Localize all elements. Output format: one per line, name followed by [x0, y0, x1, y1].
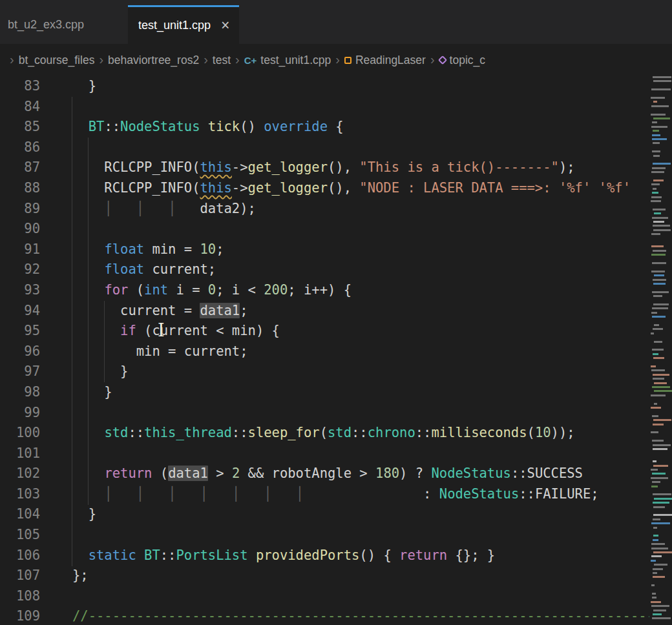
line-number[interactable]: 86	[0, 138, 40, 158]
minimap-line	[652, 307, 668, 309]
code-token: this	[200, 159, 231, 175]
line-number[interactable]: 97	[0, 362, 40, 382]
breadcrumb-item-ReadingLaser[interactable]: ReadingLaser	[344, 54, 426, 67]
indent-guide: │	[200, 486, 208, 502]
tab-label: test_unit1.cpp	[138, 19, 211, 32]
chevron-right-icon: ›	[204, 52, 208, 67]
code-text: }	[72, 504, 96, 525]
minimap-line	[653, 465, 668, 467]
line-number[interactable]: 91	[0, 240, 40, 260]
line-number[interactable]: 105	[0, 525, 40, 546]
code-editor[interactable]: 83 }8485 BT::NodeStatus tick() override …	[0, 76, 672, 625]
minimap-line	[651, 605, 669, 607]
minimap-line	[654, 212, 661, 214]
code-line[interactable]: 87 RCLCPP_INFO(this->get_logger(), "This…	[0, 158, 649, 178]
code-text: static BT::PortsList providedPorts() { r…	[72, 546, 495, 566]
code-token: current =	[72, 303, 200, 318]
breadcrumb-item-topic_c[interactable]: topic_c	[439, 54, 485, 67]
code-line[interactable]: 86	[0, 138, 649, 158]
minimap-line	[653, 551, 672, 553]
line-number[interactable]: 95	[0, 321, 40, 342]
line-number[interactable]: 100	[0, 423, 40, 444]
minimap-line	[652, 481, 660, 483]
code-line[interactable]: 102 return (data1 > 2 && robotAngle > 18…	[0, 464, 649, 484]
close-icon[interactable]: ×	[221, 18, 229, 33]
minimap-line	[653, 576, 665, 578]
line-number[interactable]: 92	[0, 260, 40, 280]
line-number[interactable]: 90	[0, 219, 40, 240]
line-number[interactable]: 88	[0, 178, 40, 199]
code-line[interactable]: 106 static BT::PortsList providedPorts()…	[0, 546, 649, 566]
code-line[interactable]: 99	[0, 403, 649, 424]
code-scroll-area[interactable]: 83 }8485 BT::NodeStatus tick() override …	[0, 76, 649, 625]
code-line[interactable]: 84	[0, 97, 649, 118]
code-token	[112, 486, 136, 502]
code-line[interactable]: 83 }	[0, 76, 649, 97]
code-line[interactable]: 103 │ │ │ │ │ │ │ : NodeStatus::FAILURE;	[0, 484, 649, 505]
code-line[interactable]: 89 │ │ │ data2);	[0, 199, 649, 220]
code-line[interactable]: 91 float min = 10;	[0, 240, 649, 260]
breadcrumb-item-test_unit1.cpp[interactable]: C+test_unit1.cpp	[244, 54, 331, 67]
minimap-line	[653, 424, 664, 425]
line-number[interactable]: 98	[0, 382, 40, 403]
code-line[interactable]: 96 min = current;	[0, 342, 649, 362]
code-line[interactable]: 109//-----------------------------------…	[0, 606, 649, 625]
line-number[interactable]: 85	[0, 117, 40, 138]
code-line[interactable]: 108	[0, 586, 649, 607]
minimap[interactable]	[649, 76, 672, 625]
line-number[interactable]: 101	[0, 444, 40, 464]
breadcrumb-item-bt_course_files[interactable]: bt_course_files	[19, 54, 95, 67]
line-number[interactable]: 102	[0, 464, 40, 484]
code-line[interactable]: 88 RCLCPP_INFO(this->get_logger(), "NODE…	[0, 178, 649, 199]
tab-test_unit1.cpp[interactable]: test_unit1.cpp×	[128, 5, 239, 44]
code-token: current;	[144, 261, 216, 277]
line-number[interactable]: 108	[0, 586, 40, 607]
code-token: return	[104, 466, 152, 481]
tab-bt_u2_ex3.cpp[interactable]: bt_u2_ex3.cpp	[0, 5, 128, 44]
code-line[interactable]: 100 std::this_thread::sleep_for(std::chr…	[0, 423, 649, 444]
line-number[interactable]: 84	[0, 97, 40, 118]
line-number[interactable]: 89	[0, 199, 40, 220]
minimap-line	[652, 217, 668, 219]
minimap-line	[651, 105, 669, 107]
code-token: {}; }	[447, 548, 495, 563]
code-line[interactable]: 104 }	[0, 504, 649, 525]
code-line[interactable]: 95 if (current < min) {	[0, 321, 649, 342]
minimap-line	[651, 469, 657, 471]
code-token: FAILURE;	[535, 486, 599, 502]
code-line[interactable]: 97 }	[0, 362, 649, 382]
code-token: ::	[519, 486, 535, 502]
code-token	[112, 201, 136, 216]
code-line[interactable]: 107};	[0, 566, 649, 586]
code-line[interactable]: 90	[0, 219, 649, 240]
breadcrumb-item-behaviortree_ros2[interactable]: behaviortree_ros2	[108, 54, 199, 67]
line-number[interactable]: 103	[0, 484, 40, 505]
code-line[interactable]: 93 for (int i = 0; i < 200; i++) {	[0, 280, 649, 301]
minimap-line	[652, 291, 669, 293]
line-number[interactable]: 96	[0, 342, 40, 362]
code-line[interactable]: 92 float current;	[0, 260, 649, 280]
line-number[interactable]: 99	[0, 403, 40, 424]
line-number[interactable]: 109	[0, 606, 40, 625]
code-token: ) ?	[399, 466, 431, 481]
line-number[interactable]: 93	[0, 280, 40, 301]
code-line[interactable]: 98 }	[0, 382, 649, 403]
minimap-line	[652, 617, 671, 619]
line-number[interactable]: 107	[0, 566, 40, 586]
breadcrumb-item-test[interactable]: test	[213, 54, 231, 67]
code-line[interactable]: 85 BT::NodeStatus tick() override {	[0, 117, 649, 138]
line-number[interactable]: 94	[0, 301, 40, 322]
code-token: data1	[200, 303, 240, 318]
line-number[interactable]: 87	[0, 158, 40, 178]
minimap-line	[653, 460, 656, 462]
line-number[interactable]: 106	[0, 546, 40, 566]
code-token: static	[89, 548, 136, 563]
line-number[interactable]: 104	[0, 504, 40, 525]
line-number[interactable]: 83	[0, 76, 40, 97]
code-line[interactable]: 105	[0, 525, 649, 546]
code-line[interactable]: 94 current = data1;	[0, 301, 649, 322]
indent-guide: │	[136, 486, 144, 502]
code-token: ; i++) {	[288, 282, 352, 298]
code-line[interactable]: 101	[0, 444, 649, 464]
code-text: for (int i = 0; i < 200; i++) {	[72, 280, 352, 301]
